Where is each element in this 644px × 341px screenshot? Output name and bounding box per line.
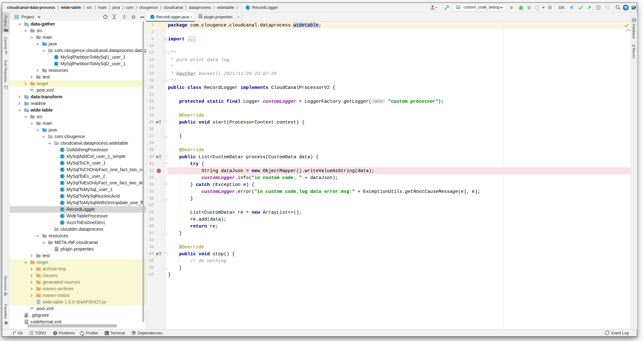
svg-text:<>: <> [25, 322, 28, 324]
